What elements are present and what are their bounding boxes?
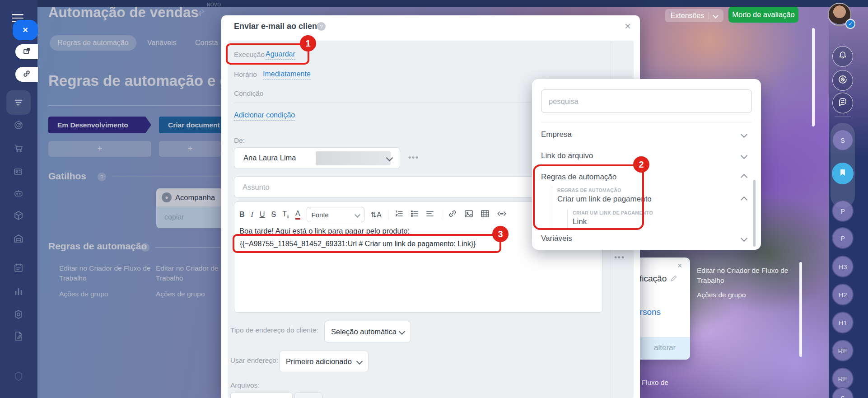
chevron-down-icon xyxy=(356,358,363,365)
copy-link-button[interactable] xyxy=(15,67,38,82)
picker-group-empresa[interactable]: Empresa xyxy=(541,130,572,139)
popup-alterar-button[interactable]: alterar xyxy=(654,343,676,352)
address-type-select[interactable]: Seleção automática xyxy=(324,321,411,342)
chevron-up-icon[interactable] xyxy=(741,174,748,181)
bell-icon xyxy=(838,51,848,62)
rail-badge-h3[interactable]: H3 xyxy=(832,256,854,277)
sidebar-item-warehouse[interactable] xyxy=(11,231,26,246)
picker-item-link[interactable]: Link xyxy=(573,217,587,226)
bookmark-button[interactable] xyxy=(832,163,854,184)
clear-format-button[interactable]: Tx xyxy=(282,210,289,219)
chevron-down-icon xyxy=(713,13,719,19)
use-address-label: Usar endereço: xyxy=(230,356,278,365)
insert-image-icon[interactable] xyxy=(464,209,474,220)
divider xyxy=(541,122,752,122)
sidebar-item-automations[interactable] xyxy=(6,90,31,115)
execution-value-link[interactable]: Aguardar xyxy=(266,50,295,60)
insert-link-icon[interactable] xyxy=(448,209,457,220)
panel-scrollbar[interactable] xyxy=(753,180,756,247)
evaluation-mode-button[interactable]: Modo de avaliação xyxy=(728,7,798,23)
rail-badge-p[interactable]: P xyxy=(832,227,854,249)
annotation-badge-2: 2 xyxy=(633,156,649,173)
background-rule-link: Ações de grupo xyxy=(697,290,746,300)
sidebar-item-contacts[interactable] xyxy=(11,164,26,179)
chevron-down-icon[interactable] xyxy=(741,152,748,159)
close-icon[interactable]: × xyxy=(625,20,631,33)
address-type-label: Tipo de endereço do cliente: xyxy=(230,326,318,334)
chat-transfer-icon xyxy=(838,97,848,109)
sidebar-item-reports[interactable] xyxy=(11,284,26,299)
tree-guide-line xyxy=(552,186,552,228)
schedule-label: Horário xyxy=(234,70,257,79)
picker-sub-caps: CRIAR UM LINK DE PAGAMENTO xyxy=(573,210,653,215)
rail-badge-re[interactable]: RE xyxy=(832,340,854,361)
picker-search-field[interactable] xyxy=(541,89,752,113)
rail-badge-s[interactable]: S xyxy=(832,129,854,151)
item-fields-button[interactable]: Campos de item xyxy=(230,392,293,398)
insert-table-icon[interactable] xyxy=(480,209,490,220)
page-scrollbar[interactable] xyxy=(812,28,815,126)
bullet-list-icon[interactable] xyxy=(410,209,419,220)
drive-button[interactable]: Drive xyxy=(294,392,322,398)
popup-title-fragment: ficação xyxy=(639,274,667,284)
add-condition-link[interactable]: Adicionar condição xyxy=(234,111,295,121)
line-height-button[interactable]: ⇅A xyxy=(371,211,382,219)
picker-group-variaveis[interactable]: Variáveis xyxy=(541,234,572,243)
rail-badge-p[interactable]: P xyxy=(832,200,854,222)
variables-picker-button[interactable]: ••• xyxy=(614,253,625,262)
sidebar-item-security[interactable] xyxy=(11,369,26,384)
rail-badge-re[interactable]: RE xyxy=(832,368,854,389)
tree-guide-line xyxy=(567,209,568,228)
ordered-list-icon[interactable] xyxy=(395,209,404,220)
chevron-down-icon[interactable] xyxy=(741,131,748,138)
link-icon xyxy=(23,70,31,80)
sidebar-item-cart[interactable] xyxy=(11,140,26,156)
help-icon[interactable]: ? xyxy=(317,22,326,31)
sidebar-item-tasks[interactable] xyxy=(11,260,26,276)
pencil-icon[interactable] xyxy=(670,275,677,284)
insert-code-icon[interactable] xyxy=(496,209,507,220)
strikethrough-button[interactable]: S xyxy=(271,211,276,219)
page-scrollbar[interactable] xyxy=(799,262,802,357)
files-label: Arquivos: xyxy=(230,381,260,389)
sidebar-item-goals[interactable] xyxy=(11,117,26,133)
use-address-select[interactable]: Primeiro adicionado xyxy=(279,351,369,372)
chevron-down-icon[interactable] xyxy=(741,235,748,242)
picker-group-regras-de-automacao[interactable]: Regras de automação xyxy=(541,173,616,182)
sidebar-item-settings[interactable] xyxy=(11,307,26,322)
extensions-button[interactable]: Extensões xyxy=(665,9,723,22)
notifications-button[interactable] xyxy=(832,46,853,67)
status-button[interactable] xyxy=(832,70,853,91)
align-icon[interactable] xyxy=(425,209,434,220)
external-link-icon xyxy=(23,47,31,57)
close-icon[interactable]: × xyxy=(677,261,682,271)
picker-item-criar-link-pagamento[interactable]: Criar um link de pagamento xyxy=(557,195,652,204)
background-rule-link: Editar no Criador de Fluxo de Trabalho xyxy=(697,266,788,286)
chevron-down-icon xyxy=(355,212,360,218)
chat-transfer-button[interactable] xyxy=(832,93,853,113)
italic-button[interactable]: I xyxy=(251,211,253,219)
text-color-button[interactable]: A xyxy=(295,210,300,220)
annotation-badge-1: 1 xyxy=(300,35,316,52)
rail-badge-h2[interactable]: H2 xyxy=(832,284,854,305)
font-select[interactable]: Fonte xyxy=(307,207,364,222)
sidebar-item-documents[interactable] xyxy=(11,328,26,344)
sidebar-item-products[interactable] xyxy=(11,208,26,223)
from-more-button[interactable]: ••• xyxy=(408,153,419,162)
execution-label: Execução xyxy=(234,51,265,59)
chevron-down-icon xyxy=(399,328,405,335)
sidebar-item-bot[interactable] xyxy=(11,186,26,201)
chevron-up-icon[interactable] xyxy=(741,197,748,204)
rail-badge-h1[interactable]: H1 xyxy=(832,312,854,333)
from-select[interactable]: Ana Laura Lima xyxy=(234,147,400,169)
modal-title: Enviar e-mail ao cliente xyxy=(234,22,324,31)
open-external-button[interactable] xyxy=(15,44,38,59)
schedule-value-link[interactable]: Imediatamente xyxy=(263,70,311,80)
underline-button[interactable]: U xyxy=(260,211,265,219)
close-panel-button[interactable]: × xyxy=(13,20,38,40)
bookmark-icon xyxy=(839,169,847,178)
bold-button[interactable]: B xyxy=(239,211,245,219)
picker-group-link-do-arquivo[interactable]: Link do arquivo xyxy=(541,151,593,160)
from-label: De: xyxy=(234,136,245,145)
picker-search-input[interactable] xyxy=(541,90,751,112)
